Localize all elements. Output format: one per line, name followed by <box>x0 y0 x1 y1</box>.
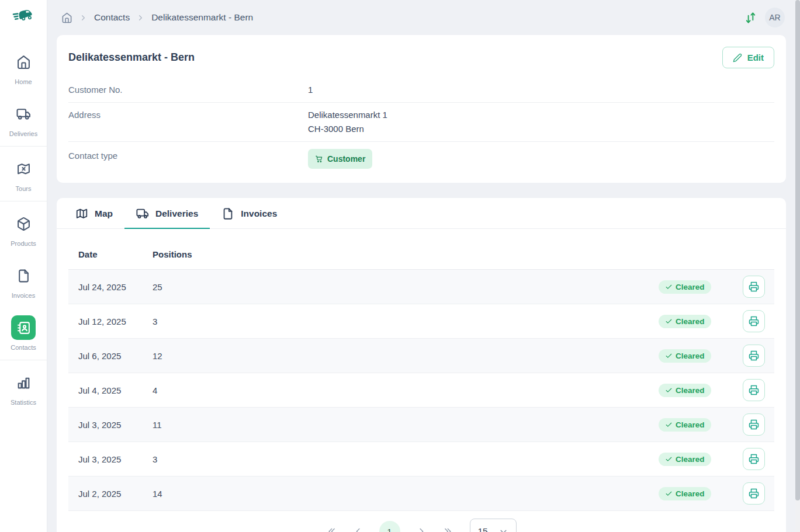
topbar: Contacts Delikatessenmarkt - Bern AR <box>47 0 795 35</box>
sidebar-item-home[interactable]: Home <box>0 41 47 93</box>
last-page-button[interactable] <box>442 526 453 532</box>
field-contact-type: Contact type Customer <box>68 141 774 177</box>
breadcrumb-current: Delikatessenmarkt - Bern <box>151 12 253 23</box>
check-icon <box>665 421 673 429</box>
app-screen: Home Deliveries Tours <box>0 0 800 532</box>
contact-book-icon <box>11 315 36 340</box>
printer-icon <box>749 454 759 464</box>
sidebar-item-deliveries[interactable]: Deliveries <box>0 93 47 145</box>
cell-date: Jul 4, 2025 <box>78 385 153 395</box>
breadcrumb-contacts[interactable]: Contacts <box>94 12 130 23</box>
chevron-right-icon <box>136 13 145 22</box>
table-row[interactable]: Jul 4, 2025 4 Cleared <box>68 373 774 408</box>
sidebar-group-tours: Tours <box>0 148 47 200</box>
tab-deliveries[interactable]: Deliveries <box>124 198 210 228</box>
sidebar-group-main: Home Deliveries <box>0 41 47 145</box>
double-chevron-left-icon <box>327 526 337 532</box>
cell-positions: 3 <box>153 454 659 464</box>
tab-invoices[interactable]: Invoices <box>210 198 289 228</box>
field-label: Contact type <box>68 149 308 163</box>
edit-button[interactable]: Edit <box>722 47 774 68</box>
cell-date: Jul 6, 2025 <box>78 351 153 361</box>
topbar-right: AR <box>744 8 785 27</box>
table-body: Jul 24, 2025 25 Cleared Jul 12, 2025 3 C… <box>68 270 774 511</box>
tab-label: Deliveries <box>155 208 198 219</box>
cell-date: Jul 3, 2025 <box>78 454 153 464</box>
page-scrollbar[interactable] <box>795 0 800 532</box>
printer-icon <box>749 488 759 499</box>
sidebar-divider <box>0 146 47 147</box>
sidebar-item-statistics[interactable]: Statistics <box>0 361 47 413</box>
sidebar-item-tours[interactable]: Tours <box>0 148 47 200</box>
breadcrumb-home-icon[interactable] <box>61 12 72 23</box>
previous-page-button[interactable] <box>353 526 363 532</box>
double-chevron-right-icon <box>442 526 453 532</box>
status-badge: Cleared <box>659 453 711 466</box>
edit-button-label: Edit <box>747 53 764 62</box>
pagination: 1 15 <box>68 511 774 532</box>
print-button[interactable] <box>743 413 765 436</box>
first-page-button[interactable] <box>327 526 337 532</box>
tab-label: Invoices <box>241 208 277 219</box>
print-button[interactable] <box>743 448 765 470</box>
field-label: Customer No. <box>68 83 308 97</box>
current-page-button[interactable]: 1 <box>379 521 400 532</box>
table-row[interactable]: Jul 6, 2025 12 Cleared <box>68 339 774 373</box>
print-button[interactable] <box>743 276 765 298</box>
table-row[interactable]: Jul 3, 2025 11 Cleared <box>68 408 774 442</box>
cell-date: Jul 2, 2025 <box>78 489 153 499</box>
page-size-select[interactable]: 15 <box>470 519 517 532</box>
deliveries-table: Date Positions Jul 24, 2025 25 Cleared J… <box>57 229 786 532</box>
cell-positions: 11 <box>153 420 659 430</box>
bar-chart-icon <box>11 370 36 395</box>
table-row[interactable]: Jul 3, 2025 3 Cleared <box>68 442 774 477</box>
print-button[interactable] <box>743 379 765 401</box>
field-address: Address Delikatessenmarkt 1 CH-3000 Bern <box>68 102 774 141</box>
next-page-button[interactable] <box>416 526 427 532</box>
deliveries-card: Map Deliveries Invoices Date Positions <box>57 198 786 532</box>
cell-date: Jul 12, 2025 <box>78 317 153 326</box>
sidebar-item-products[interactable]: Products <box>0 203 47 255</box>
check-icon <box>665 318 673 325</box>
main-area: Contacts Delikatessenmarkt - Bern AR Del… <box>47 0 795 532</box>
printer-icon <box>749 350 759 361</box>
sidebar-item-invoices[interactable]: Invoices <box>0 255 47 307</box>
column-header-date: Date <box>78 249 153 259</box>
sidebar-label: Statistics <box>11 399 36 406</box>
contact-details-card: Delikatessenmarkt - Bern Edit Customer N… <box>57 35 786 183</box>
sidebar-item-contacts[interactable]: Contacts <box>0 307 47 359</box>
printer-icon <box>749 281 759 292</box>
sidebar-label: Products <box>11 240 36 247</box>
sidebar-label: Contacts <box>11 344 36 351</box>
print-button[interactable] <box>743 310 765 332</box>
delivery-van-logo-icon <box>12 6 35 26</box>
sort-arrows-icon[interactable] <box>744 11 757 25</box>
app-logo[interactable] <box>0 0 47 41</box>
table-row[interactable]: Jul 24, 2025 25 Cleared <box>68 270 774 304</box>
sidebar-label: Deliveries <box>9 130 37 137</box>
cell-date: Jul 24, 2025 <box>78 282 153 292</box>
status-badge: Cleared <box>659 315 711 328</box>
table-row[interactable]: Jul 12, 2025 3 Cleared <box>68 304 774 339</box>
cell-date: Jul 3, 2025 <box>78 420 153 430</box>
status-badge: Cleared <box>659 280 711 294</box>
status-badge: Cleared <box>659 349 711 363</box>
scrollbar-thumb[interactable] <box>795 0 800 500</box>
address-line-2: CH-3000 Bern <box>308 122 387 136</box>
cell-positions: 4 <box>153 385 659 395</box>
field-value: 1 <box>308 83 313 97</box>
status-badge: Cleared <box>659 487 711 500</box>
tab-map[interactable]: Map <box>64 198 124 228</box>
user-avatar[interactable]: AR <box>765 8 785 27</box>
field-customer-no: Customer No. 1 <box>68 78 774 102</box>
status-badge: Cleared <box>659 384 711 397</box>
table-header-row: Date Positions <box>68 239 774 270</box>
print-button[interactable] <box>743 482 765 505</box>
contact-type-badge-label: Customer <box>327 152 365 166</box>
package-icon <box>11 211 36 236</box>
breadcrumb: Contacts Delikatessenmarkt - Bern <box>61 12 253 23</box>
table-row[interactable]: Jul 2, 2025 14 Cleared <box>68 477 774 511</box>
print-button[interactable] <box>743 345 765 367</box>
sidebar-label: Home <box>15 78 32 85</box>
shopping-cart-icon <box>315 155 323 163</box>
